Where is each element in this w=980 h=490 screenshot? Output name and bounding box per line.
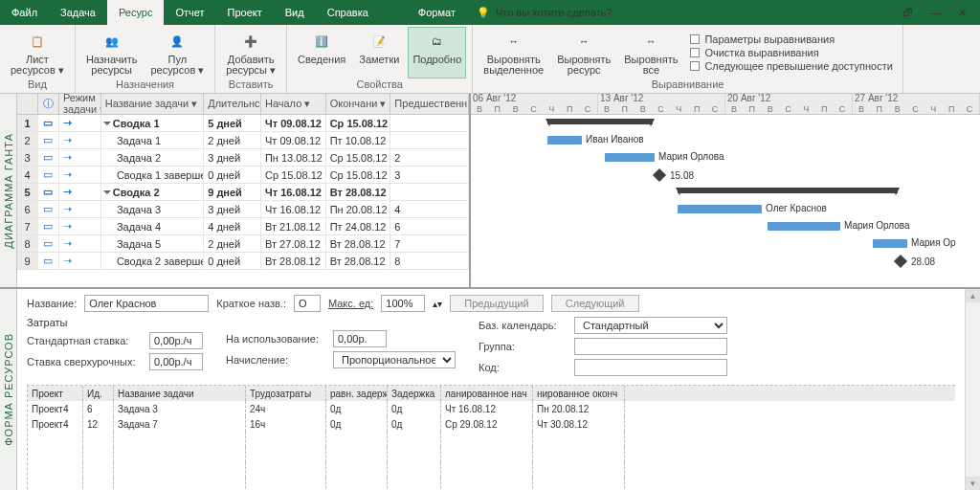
lev2-icon: ↔ <box>570 30 597 53</box>
gantt-label: Мария Орлова <box>844 220 910 231</box>
task-grid[interactable]: ⓘРежимзадачи ▾Название задачи ▾Длительнс… <box>17 94 471 287</box>
gantt-summary[interactable] <box>547 119 653 124</box>
col-header[interactable] <box>17 94 38 114</box>
ovt-rate-input[interactable] <box>149 353 203 370</box>
tab-resource[interactable]: Ресурс <box>107 0 164 25</box>
tab-project[interactable]: Проект <box>216 0 274 25</box>
add-icon: ➕ <box>237 30 264 53</box>
gantt-bar[interactable] <box>678 205 762 213</box>
scroll-up-icon[interactable]: ▲ <box>966 289 980 302</box>
side-label-top: ДИАГРАММА ГАНТА <box>0 94 17 287</box>
table-row[interactable]: 9▭➝ Сводка 2 завершена0 днейВт 28.08.12В… <box>17 253 469 270</box>
lev3-icon: ↔ <box>637 30 664 53</box>
ribbon-line[interactable]: Очистка выравнивания <box>690 47 892 58</box>
window-restore-icon[interactable]: 🗗 <box>902 7 913 18</box>
assignment-table[interactable]: ПроектИд.Название задачиТрудозатратыравн… <box>27 385 955 490</box>
ribbon-line[interactable]: Параметры выравнивания <box>690 33 892 45</box>
tab-report[interactable]: Отчет <box>164 0 215 25</box>
max-input[interactable] <box>381 295 425 312</box>
window-minimize-icon[interactable]: — <box>930 7 941 18</box>
gantt-label: Мария Орлова <box>658 151 724 162</box>
search-help[interactable]: 💡 Что вы хотите сделать? <box>477 0 612 25</box>
ribbon: 📋Листресурсов ▾Вид👥Назначитьресурсы👤Пулр… <box>0 25 980 94</box>
ribbon-line[interactable]: Следующее превышение доступности <box>690 60 892 72</box>
group-input[interactable] <box>574 338 727 355</box>
ribbon-assign-button[interactable]: 👥Назначитьресурсы <box>81 27 143 78</box>
name-input[interactable] <box>84 295 209 312</box>
lev1-icon: ↔ <box>501 30 527 53</box>
tab-help[interactable]: Справка <box>316 0 380 25</box>
ribbon-sheet-button[interactable]: 📋Листресурсов ▾ <box>6 27 69 78</box>
info-icon: ⓘ <box>43 97 54 111</box>
resource-form: Название: Краткое назв.: Макс. ед: ▴▾ Пр… <box>17 289 965 490</box>
gantt-label: Олег Краснов <box>766 203 827 213</box>
use-input[interactable] <box>333 330 387 347</box>
code-input[interactable] <box>574 359 727 376</box>
gantt-milestone[interactable] <box>653 168 666 182</box>
gantt-milestone[interactable] <box>894 255 907 268</box>
table-row[interactable]: 4▭➝ Сводка 1 завершена0 днейСр 15.08.12С… <box>17 167 469 184</box>
ribbon-add-button[interactable]: ➕Добавитьресурсы ▾ <box>221 27 280 78</box>
tab-format[interactable]: Формат <box>407 0 467 25</box>
col-header[interactable]: Режимзадачи ▾ <box>59 94 101 114</box>
gantt-label: Иван Иванов <box>586 134 644 145</box>
std-rate-input[interactable] <box>149 332 203 349</box>
scroll-down-icon[interactable]: ▼ <box>966 477 980 490</box>
detail-icon: 🗂 <box>424 30 451 53</box>
side-label-bottom: ФОРМА РЕСУРСОВ <box>0 289 17 490</box>
table-row[interactable]: 1▭➝Сводка 15 днейЧт 09.08.12Ср 15.08.12 <box>17 115 469 132</box>
assign-icon: 👥 <box>99 30 125 53</box>
gantt-summary[interactable] <box>678 188 898 193</box>
gantt-bar[interactable] <box>605 153 655 162</box>
gantt-bar[interactable] <box>547 136 582 145</box>
table-row[interactable]: 8▭➝ Задача 52 днейВт 27.08.12Вт 28.08.12… <box>17 235 469 253</box>
col-header[interactable]: Название задачи ▾ <box>101 94 205 114</box>
ribbon-info-button[interactable]: ℹ️Сведения <box>293 27 350 78</box>
calendar-select[interactable]: Стандартный <box>574 317 727 334</box>
ribbon-lev1-button[interactable]: ↔Выровнятьвыделенное <box>479 27 548 78</box>
info-icon: ℹ️ <box>308 30 335 53</box>
table-row[interactable]: 5▭➝Сводка 29 днейЧт 16.08.12Вт 28.08.12 <box>17 184 469 201</box>
menubar: Файл Задача Ресурс Отчет Проект Вид Спра… <box>0 0 980 25</box>
gantt-bar[interactable] <box>768 222 840 231</box>
accrual-select[interactable]: Пропорциональное <box>333 351 456 368</box>
ribbon-lev3-button[interactable]: ↔Выровнятьвсе <box>619 27 682 78</box>
tab-task[interactable]: Задача <box>49 0 107 25</box>
bulb-icon: 💡 <box>477 7 490 19</box>
col-header[interactable]: Длительнс ▾ <box>204 94 261 114</box>
tab-file[interactable]: Файл <box>0 0 49 25</box>
short-input[interactable] <box>294 295 321 312</box>
window-close-icon[interactable]: ✕ <box>958 7 967 19</box>
ribbon-pool-button[interactable]: 👤Пулресурсов ▾ <box>145 27 209 78</box>
ribbon-lev2-button[interactable]: ↔Выровнятьресурс <box>552 27 615 78</box>
ribbon-note-button[interactable]: 📝Заметки <box>354 27 404 78</box>
prev-button[interactable]: Предыдущий <box>450 295 543 312</box>
gantt-label: Мария Ор <box>911 237 956 248</box>
table-row[interactable]: 2▭➝ Задача 12 днейЧт 09.08.12Пт 10.08.12 <box>17 132 469 149</box>
scrollbar[interactable]: ▲ ▼ <box>965 289 980 490</box>
tab-view[interactable]: Вид <box>274 0 316 25</box>
gantt-bar[interactable] <box>873 239 907 248</box>
table-row[interactable]: 7▭➝ Задача 44 днейВт 21.08.12Пт 24.08.12… <box>17 218 469 235</box>
col-header[interactable]: ⓘ <box>38 94 59 114</box>
table-row[interactable]: 6▭➝ Задача 33 днейЧт 16.08.12Пн 20.08.12… <box>17 201 469 218</box>
col-header[interactable]: Предшественн ▾ <box>390 94 469 114</box>
note-icon: 📝 <box>366 30 392 53</box>
col-header[interactable]: Окончани ▾ <box>326 94 391 114</box>
table-row[interactable]: 3▭➝ Задача 23 днейПн 13.08.12Ср 15.08.12… <box>17 149 469 167</box>
ribbon-detail-button[interactable]: 🗂Подробно <box>408 27 466 78</box>
col-header[interactable]: Начало ▾ <box>261 94 326 114</box>
next-button[interactable]: Следующий <box>551 295 639 312</box>
pool-icon: 👤 <box>164 30 190 53</box>
sheet-icon: 📋 <box>24 30 51 53</box>
gantt-chart[interactable]: 06 Авг '12ВПВСЧПС13 Авг '12ВПВСЧПС20 Авг… <box>471 94 980 287</box>
